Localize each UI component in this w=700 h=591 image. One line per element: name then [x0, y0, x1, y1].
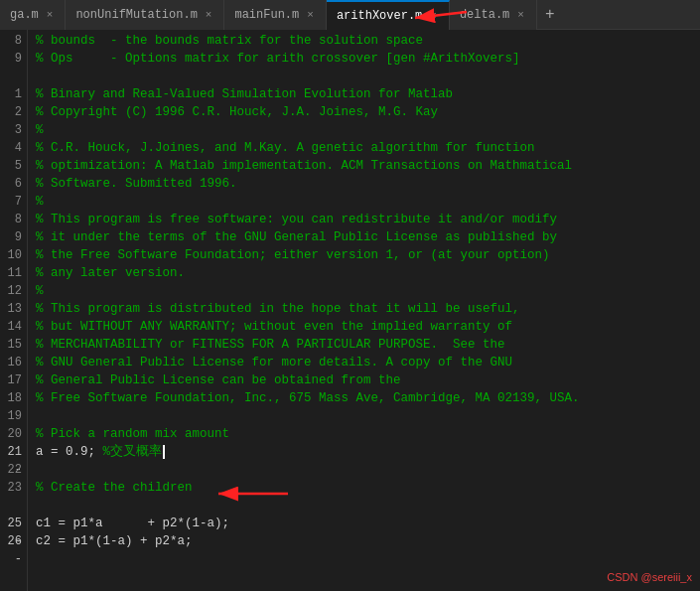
line-num: 14 [0, 318, 22, 336]
line-num [0, 68, 22, 85]
tab-close-nonunif[interactable]: × [204, 8, 214, 22]
line-num: 4 [0, 139, 22, 157]
code-line: % This program is free software: you can… [36, 211, 700, 228]
tab-label: ga.m [10, 8, 39, 22]
tab-close-ga[interactable]: × [45, 8, 56, 22]
comment-text: %交叉概率 [103, 443, 163, 461]
code-line: % any later version. [36, 264, 700, 282]
code-line: c1 = p1*a + p2*(1-a); [36, 515, 700, 532]
line-num: 22 [0, 461, 22, 479]
tab-close-arithxover[interactable]: × [428, 9, 439, 23]
tab-label: arithXover.m [337, 9, 422, 23]
tab-close-delta[interactable]: × [515, 8, 526, 22]
line-num: 9 [0, 50, 22, 68]
code-line: % Binary and Real-Valued Simulation Evol… [36, 85, 700, 103]
line-num: 3 [0, 121, 22, 139]
line-num: 12 [0, 282, 22, 300]
code-line: % [36, 121, 700, 139]
editor: 8 9 1 2 3 4 5 6 7 8 9 10 11 12 13 14 15 … [0, 30, 700, 591]
code-content[interactable]: % bounds - the bounds matrix for the sol… [28, 30, 700, 591]
code-line [36, 407, 700, 425]
code-line: % C.R. Houck, J.Joines, and M.Kay. A gen… [36, 139, 700, 157]
tab-close-mainfun[interactable]: × [305, 8, 316, 22]
code-line: % optimization: A Matlab implementation.… [36, 157, 700, 175]
code-line: % it under the terms of the GNU General … [36, 228, 700, 246]
code-line: % Create the children [36, 479, 700, 497]
line-num: 10 [0, 246, 22, 264]
line-num-active: 26 - [0, 532, 22, 550]
line-num: 19 [0, 407, 22, 425]
code-line: c2 = p1*(1-a) + p2*a; [36, 532, 700, 550]
line-num: 17 [0, 371, 22, 389]
code-line: % the Free Software Foundation; either v… [36, 246, 700, 264]
line-num: 8 [0, 211, 22, 228]
code-line: % MERCHANTABILITY or FITNESS FOR A PARTI… [36, 336, 700, 354]
code-line: % Copyright (C) 1996 C.R. Houck, J.A. Jo… [36, 103, 700, 121]
code-line: % but WITHOUT ANY WARRANTY; without even… [36, 318, 700, 336]
add-tab-button[interactable]: + [537, 0, 563, 30]
line-num: 9 [0, 228, 22, 246]
code-line: % GNU General Public License for more de… [36, 354, 700, 371]
tab-nonunifmutation[interactable]: nonUnifMutation.m × [66, 0, 224, 30]
tab-arithxover[interactable]: arithXover.m × [327, 0, 450, 30]
line-numbers: 8 9 1 2 3 4 5 6 7 8 9 10 11 12 13 14 15 … [0, 30, 28, 591]
tab-mainfun[interactable]: mainFun.m × [224, 0, 326, 30]
line-num: 18 [0, 389, 22, 407]
line-num: 11 [0, 264, 22, 282]
code-line: % Software. Submitted 1996. [36, 175, 700, 193]
code-line: % Pick a random mix amount [36, 425, 700, 443]
line-num-active: 21 - [0, 443, 22, 461]
line-num [0, 497, 22, 515]
code-line-active[interactable]: a = 0.9; %交叉概率 [36, 443, 700, 461]
code-line: % [36, 193, 700, 211]
code-line: % bounds - the bounds matrix for the sol… [36, 32, 700, 50]
code-line [36, 461, 700, 479]
code-line [36, 497, 700, 515]
tab-bar: ga.m × nonUnifMutation.m × mainFun.m × a… [0, 0, 700, 30]
watermark: CSDN @sereiii_x [607, 571, 692, 583]
line-num: 8 [0, 32, 22, 50]
code-text: a = 0.9; [36, 443, 103, 461]
line-num: 1 [0, 85, 22, 103]
code-line: % This program is distributed in the hop… [36, 300, 700, 318]
code-line: % Ops - Options matrix for arith crossov… [36, 50, 700, 68]
code-line: % General Public License can be obtained… [36, 371, 700, 389]
code-line: % Free Software Foundation, Inc., 675 Ma… [36, 389, 700, 407]
code-line: % [36, 282, 700, 300]
line-num: 5 [0, 157, 22, 175]
tab-delta[interactable]: delta.m × [450, 0, 537, 30]
tab-label: delta.m [460, 8, 509, 22]
tab-ga[interactable]: ga.m × [0, 0, 66, 30]
line-num: 2 [0, 103, 22, 121]
line-num: 23 [0, 479, 22, 497]
line-num: 20 [0, 425, 22, 443]
line-num: 6 [0, 175, 22, 193]
line-num-active: 25 - [0, 515, 22, 532]
line-num: 15 [0, 336, 22, 354]
line-num: 7 [0, 193, 22, 211]
line-num: 16 [0, 354, 22, 371]
tab-label: mainFun.m [234, 8, 299, 22]
code-line [36, 68, 700, 85]
tab-label: nonUnifMutation.m [75, 8, 197, 22]
line-num: 13 [0, 300, 22, 318]
